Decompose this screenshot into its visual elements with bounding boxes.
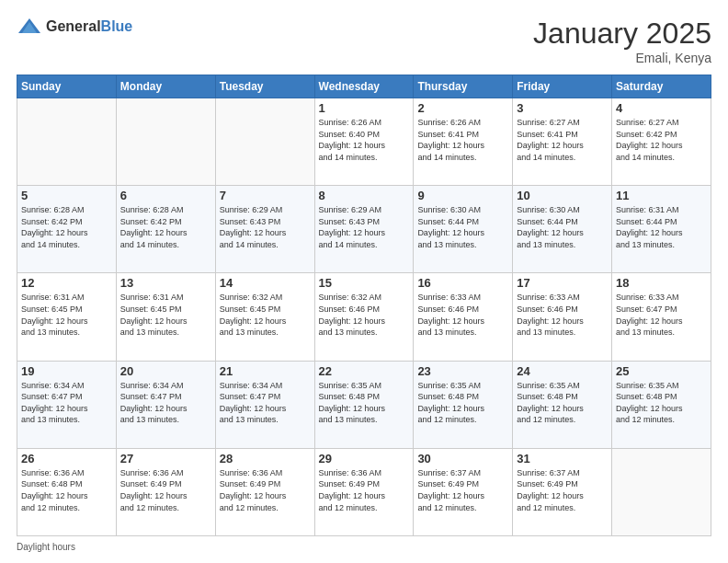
page: GeneralBlue January 2025 Emali, Kenya Su… [0, 0, 728, 563]
calendar-cell: 7Sunrise: 6:29 AM Sunset: 6:43 PM Daylig… [215, 186, 314, 273]
calendar-cell: 10Sunrise: 6:30 AM Sunset: 6:44 PM Dayli… [513, 186, 612, 273]
day-number: 24 [517, 364, 608, 378]
day-info: Sunrise: 6:28 AM Sunset: 6:42 PM Dayligh… [21, 204, 112, 250]
calendar-header-row: SundayMondayTuesdayWednesdayThursdayFrid… [17, 75, 711, 98]
calendar-col-monday: Monday [116, 75, 215, 98]
day-number: 14 [220, 276, 311, 290]
calendar-col-thursday: Thursday [414, 75, 513, 98]
calendar-col-friday: Friday [513, 75, 612, 98]
calendar-cell: 27Sunrise: 6:36 AM Sunset: 6:49 PM Dayli… [116, 448, 215, 535]
day-number: 29 [319, 452, 410, 465]
day-info: Sunrise: 6:35 AM Sunset: 6:48 PM Dayligh… [616, 380, 707, 426]
day-info: Sunrise: 6:29 AM Sunset: 6:43 PM Dayligh… [220, 204, 311, 250]
day-number: 4 [616, 101, 707, 115]
day-info: Sunrise: 6:35 AM Sunset: 6:48 PM Dayligh… [319, 380, 410, 426]
day-info: Sunrise: 6:32 AM Sunset: 6:45 PM Dayligh… [220, 292, 311, 338]
day-number: 9 [417, 189, 508, 202]
logo-text: GeneralBlue [46, 18, 132, 35]
calendar-cell: 16Sunrise: 6:33 AM Sunset: 6:46 PM Dayli… [414, 273, 513, 361]
day-info: Sunrise: 6:30 AM Sunset: 6:44 PM Dayligh… [517, 204, 608, 250]
calendar-week-0: 1Sunrise: 6:26 AM Sunset: 6:40 PM Daylig… [17, 98, 711, 186]
day-info: Sunrise: 6:27 AM Sunset: 6:42 PM Dayligh… [616, 117, 707, 163]
calendar-cell: 31Sunrise: 6:37 AM Sunset: 6:49 PM Dayli… [513, 448, 612, 535]
logo-icon [17, 17, 42, 37]
day-number: 15 [319, 276, 410, 290]
day-info: Sunrise: 6:36 AM Sunset: 6:49 PM Dayligh… [120, 467, 211, 513]
calendar-cell: 30Sunrise: 6:37 AM Sunset: 6:49 PM Dayli… [414, 448, 513, 535]
day-info: Sunrise: 6:28 AM Sunset: 6:42 PM Dayligh… [120, 204, 211, 250]
calendar-cell: 23Sunrise: 6:35 AM Sunset: 6:48 PM Dayli… [414, 361, 513, 448]
calendar-cell [17, 98, 117, 186]
calendar-col-tuesday: Tuesday [215, 75, 314, 98]
day-number: 21 [220, 364, 311, 378]
day-info: Sunrise: 6:36 AM Sunset: 6:49 PM Dayligh… [319, 467, 410, 513]
calendar-cell: 17Sunrise: 6:33 AM Sunset: 6:46 PM Dayli… [513, 273, 612, 361]
day-info: Sunrise: 6:27 AM Sunset: 6:41 PM Dayligh… [517, 117, 608, 163]
calendar-week-1: 5Sunrise: 6:28 AM Sunset: 6:42 PM Daylig… [17, 186, 711, 273]
calendar-cell [612, 448, 711, 535]
day-number: 6 [120, 189, 211, 202]
calendar-cell: 8Sunrise: 6:29 AM Sunset: 6:43 PM Daylig… [314, 186, 414, 273]
calendar-table: SundayMondayTuesdayWednesdayThursdayFrid… [17, 75, 711, 536]
logo-general: General [46, 18, 101, 34]
day-number: 30 [417, 452, 508, 465]
day-number: 26 [21, 452, 112, 465]
day-info: Sunrise: 6:31 AM Sunset: 6:45 PM Dayligh… [21, 292, 112, 338]
calendar-cell: 4Sunrise: 6:27 AM Sunset: 6:42 PM Daylig… [612, 98, 711, 186]
day-number: 13 [120, 276, 211, 290]
calendar-cell: 24Sunrise: 6:35 AM Sunset: 6:48 PM Dayli… [513, 361, 612, 448]
calendar-cell [116, 98, 215, 186]
calendar-cell: 6Sunrise: 6:28 AM Sunset: 6:42 PM Daylig… [116, 186, 215, 273]
calendar-col-sunday: Sunday [17, 75, 117, 98]
calendar-cell: 2Sunrise: 6:26 AM Sunset: 6:41 PM Daylig… [414, 98, 513, 186]
location-title: Emali, Kenya [533, 51, 711, 65]
calendar-cell: 19Sunrise: 6:34 AM Sunset: 6:47 PM Dayli… [17, 361, 117, 448]
day-number: 17 [517, 276, 608, 290]
day-info: Sunrise: 6:31 AM Sunset: 6:44 PM Dayligh… [616, 204, 707, 250]
calendar-cell: 20Sunrise: 6:34 AM Sunset: 6:47 PM Dayli… [116, 361, 215, 448]
header: GeneralBlue January 2025 Emali, Kenya [17, 17, 711, 65]
day-info: Sunrise: 6:32 AM Sunset: 6:46 PM Dayligh… [319, 292, 410, 338]
day-number: 2 [417, 101, 508, 115]
calendar-cell: 3Sunrise: 6:27 AM Sunset: 6:41 PM Daylig… [513, 98, 612, 186]
month-title: January 2025 [533, 17, 711, 51]
day-number: 10 [517, 189, 608, 202]
calendar-week-4: 26Sunrise: 6:36 AM Sunset: 6:48 PM Dayli… [17, 448, 711, 535]
day-info: Sunrise: 6:36 AM Sunset: 6:48 PM Dayligh… [21, 467, 112, 513]
day-number: 25 [616, 364, 707, 378]
footer: Daylight hours [17, 542, 711, 552]
day-info: Sunrise: 6:26 AM Sunset: 6:40 PM Dayligh… [319, 117, 410, 163]
day-info: Sunrise: 6:35 AM Sunset: 6:48 PM Dayligh… [417, 380, 508, 426]
logo-blue: Blue [101, 18, 133, 34]
day-info: Sunrise: 6:34 AM Sunset: 6:47 PM Dayligh… [21, 380, 112, 426]
calendar-cell: 9Sunrise: 6:30 AM Sunset: 6:44 PM Daylig… [414, 186, 513, 273]
day-number: 11 [616, 189, 707, 202]
day-info: Sunrise: 6:34 AM Sunset: 6:47 PM Dayligh… [220, 380, 311, 426]
day-info: Sunrise: 6:37 AM Sunset: 6:49 PM Dayligh… [417, 467, 508, 513]
calendar-cell [215, 98, 314, 186]
day-number: 16 [417, 276, 508, 290]
calendar-cell: 13Sunrise: 6:31 AM Sunset: 6:45 PM Dayli… [116, 273, 215, 361]
day-info: Sunrise: 6:34 AM Sunset: 6:47 PM Dayligh… [120, 380, 211, 426]
day-info: Sunrise: 6:29 AM Sunset: 6:43 PM Dayligh… [319, 204, 410, 250]
calendar-cell: 12Sunrise: 6:31 AM Sunset: 6:45 PM Dayli… [17, 273, 117, 361]
day-number: 28 [220, 452, 311, 465]
calendar-week-2: 12Sunrise: 6:31 AM Sunset: 6:45 PM Dayli… [17, 273, 711, 361]
day-info: Sunrise: 6:33 AM Sunset: 6:46 PM Dayligh… [417, 292, 508, 338]
day-number: 3 [517, 101, 608, 115]
calendar-cell: 5Sunrise: 6:28 AM Sunset: 6:42 PM Daylig… [17, 186, 117, 273]
day-number: 7 [220, 189, 311, 202]
day-info: Sunrise: 6:33 AM Sunset: 6:47 PM Dayligh… [616, 292, 707, 338]
day-number: 22 [319, 364, 410, 378]
calendar-cell: 18Sunrise: 6:33 AM Sunset: 6:47 PM Dayli… [612, 273, 711, 361]
day-number: 5 [21, 189, 112, 202]
calendar-cell: 21Sunrise: 6:34 AM Sunset: 6:47 PM Dayli… [215, 361, 314, 448]
daylight-label: Daylight hours [17, 542, 75, 552]
day-info: Sunrise: 6:35 AM Sunset: 6:48 PM Dayligh… [517, 380, 608, 426]
calendar-cell: 11Sunrise: 6:31 AM Sunset: 6:44 PM Dayli… [612, 186, 711, 273]
day-info: Sunrise: 6:26 AM Sunset: 6:41 PM Dayligh… [417, 117, 508, 163]
calendar-cell: 1Sunrise: 6:26 AM Sunset: 6:40 PM Daylig… [314, 98, 414, 186]
day-info: Sunrise: 6:30 AM Sunset: 6:44 PM Dayligh… [417, 204, 508, 250]
day-info: Sunrise: 6:33 AM Sunset: 6:46 PM Dayligh… [517, 292, 608, 338]
day-number: 20 [120, 364, 211, 378]
